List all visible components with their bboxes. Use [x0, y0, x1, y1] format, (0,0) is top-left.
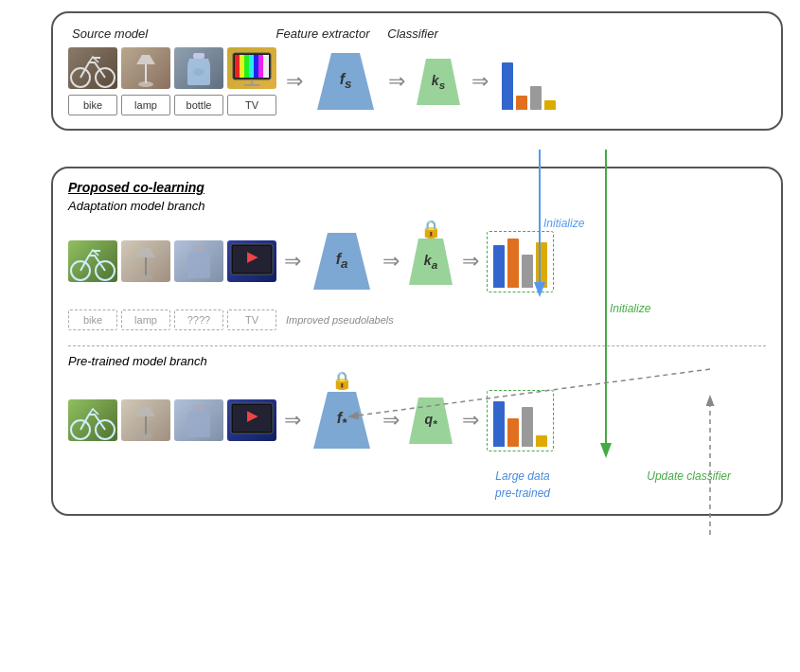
bar-yellow-source — [544, 100, 556, 110]
svg-rect-16 — [240, 55, 244, 78]
branch-divider — [68, 345, 766, 346]
adapt-lamp-image — [121, 240, 170, 282]
target-domain-wrapper: (b) Target domain Proposed co-learning A… — [17, 167, 783, 516]
svg-marker-10 — [136, 55, 155, 64]
svg-rect-32 — [193, 246, 204, 252]
ka-lock-icon: 🔒 — [420, 219, 441, 239]
pretrain-images-section: ▶ — [68, 399, 276, 441]
source-domain-wrapper: (a) Source domain Source model Feature e… — [17, 11, 783, 131]
svg-rect-18 — [249, 55, 254, 78]
adapt-imgs-to-fa-arrow: ⇒ — [284, 249, 301, 274]
adapt-classifier: 🔒 ka — [407, 236, 454, 288]
pseudo-text-label: Improved pseudolabels — [286, 314, 394, 326]
pretrain-tv-image: ▶ — [227, 399, 276, 441]
source-tv-image — [227, 47, 276, 89]
svg-rect-8 — [93, 57, 100, 59]
feature-extractor-header: Feature extractor — [276, 27, 370, 41]
svg-rect-19 — [254, 55, 258, 78]
svg-rect-21 — [263, 55, 269, 78]
bar-gray-adapt — [522, 255, 533, 288]
source-domain-box: Source model Feature extractor Classifie… — [51, 11, 783, 131]
bar-gray-pretrain — [522, 407, 533, 447]
fstar-lock-icon: 🔒 — [331, 370, 352, 391]
adapt-images-section: ▶ — [68, 240, 276, 282]
svg-rect-28 — [93, 250, 100, 252]
large-data-label: Large datapre-trained — [495, 469, 550, 500]
svg-rect-20 — [258, 55, 263, 78]
ka-to-chart-arrow: ⇒ — [462, 249, 479, 274]
ka-label: ka — [424, 253, 437, 271]
pseudo-label-unknown: ???? — [174, 309, 223, 330]
svg-rect-43 — [193, 405, 204, 411]
pretrain-feature-extractor: 🔒 f* — [309, 387, 375, 453]
pseudolabels-row: bike lamp ???? TV Improved pseudolabels — [68, 309, 766, 338]
update-classifier-label: Update classifier — [647, 469, 731, 483]
source-labels-row: bike lamp bottle TV — [68, 95, 276, 115]
pretrain-bar-chart — [487, 390, 554, 451]
adapt-bottle-image — [174, 240, 223, 282]
target-domain-box: Proposed co-learning Adaptation model br… — [51, 167, 783, 516]
source-label-bottle: bottle — [174, 95, 223, 115]
adapt-tv-image: ▶ — [227, 240, 276, 282]
source-main-row: bike lamp bottle TV ⇒ fs ⇒ — [68, 47, 766, 115]
adapt-branch-label: Adaptation model branch — [68, 199, 766, 213]
svg-rect-17 — [244, 55, 249, 78]
fstar-label: f* — [337, 410, 347, 430]
pseudo-labels-group: bike lamp ???? TV Improved pseudolabels — [68, 309, 394, 330]
ks-to-chart-arrow: ⇒ — [471, 69, 489, 94]
svg-point-42 — [138, 433, 153, 439]
bar-blue-adapt — [493, 245, 505, 288]
source-label-lamp: lamp — [121, 95, 170, 115]
pseudo-label-bike: bike — [68, 309, 117, 330]
pretrain-branch-row: ▶ ⇒ 🔒 f* ⇒ — [68, 378, 766, 463]
source-images-section: bike lamp bottle TV — [68, 47, 276, 115]
fs-to-ks-arrow: ⇒ — [388, 69, 405, 94]
bar-orange-source — [516, 96, 527, 110]
adapt-branch-row: ▶ ⇒ fa ⇒ 🔒 — [68, 219, 766, 304]
svg-rect-15 — [235, 55, 240, 78]
qstar-label: q* — [424, 412, 436, 430]
classifier-header: Classifier — [387, 27, 437, 41]
source-label-bike: bike — [68, 95, 117, 115]
svg-rect-12 — [193, 53, 204, 59]
source-model-header: Source model — [72, 27, 148, 41]
bar-orange-pretrain — [507, 418, 519, 447]
fa-label: fa — [336, 251, 348, 271]
source-label-tv: TV — [227, 95, 276, 115]
source-images-row — [68, 47, 276, 89]
pretrain-imgs-to-fstar-arrow: ⇒ — [284, 408, 301, 433]
bar-blue-pretrain — [493, 401, 505, 447]
source-feature-extractor: fs — [312, 48, 379, 115]
bar-yellow-pretrain — [536, 435, 547, 447]
pretrain-images-row: ▶ — [68, 399, 276, 441]
bar-yellow-adapt — [536, 242, 547, 288]
svg-point-13 — [193, 68, 204, 76]
pretrain-lamp-image — [121, 399, 170, 441]
source-lamp-image — [121, 47, 170, 89]
pretrain-bike-image — [68, 399, 117, 441]
svg-marker-30 — [136, 248, 155, 257]
svg-text:▶: ▶ — [247, 249, 258, 264]
fstar-to-qstar-arrow: ⇒ — [382, 408, 400, 433]
pseudo-label-lamp: lamp — [121, 309, 170, 330]
pretrain-classifier: q* — [407, 395, 454, 447]
svg-point-11 — [138, 81, 153, 87]
init-arrows-spacer — [17, 131, 783, 167]
source-bike-image — [68, 47, 117, 89]
ks-label: ks — [432, 73, 445, 91]
svg-point-31 — [138, 274, 153, 280]
fa-to-ka-arrow: ⇒ — [382, 249, 400, 274]
adapt-images-row: ▶ — [68, 240, 276, 282]
adapt-bar-chart — [487, 231, 554, 292]
bar-gray-source — [530, 86, 542, 110]
bar-blue-source — [502, 62, 513, 110]
proposed-label: Proposed co-learning — [68, 180, 766, 195]
svg-text:▶: ▶ — [247, 408, 258, 423]
adapt-bike-image — [68, 240, 117, 282]
adapt-feature-extractor: fa — [309, 228, 375, 294]
pseudo-label-tv: TV — [227, 309, 276, 330]
pretrain-branch-label: Pre-trained model branch — [68, 354, 766, 368]
qstar-to-chart-arrow: ⇒ — [462, 408, 479, 433]
pretrain-bottle-image — [174, 399, 223, 441]
source-bottle-image — [174, 47, 223, 89]
